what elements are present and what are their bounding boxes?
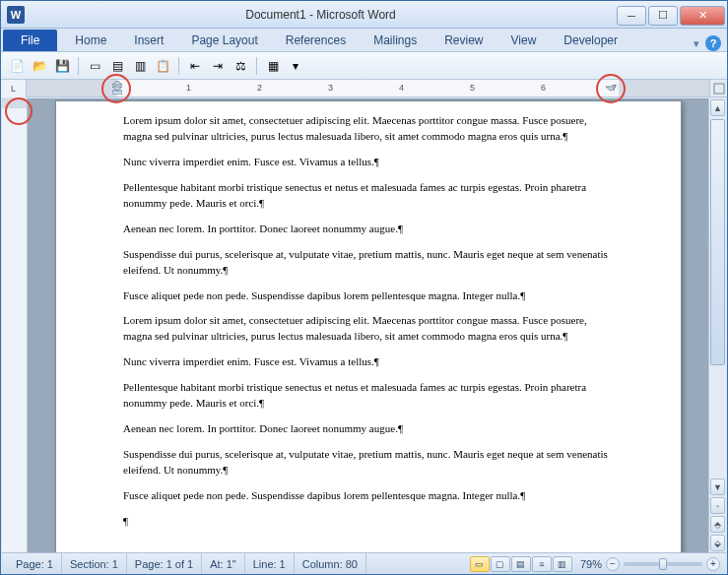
browse-object-icon[interactable]: ◦ (710, 497, 725, 514)
page[interactable]: Lorem ipsum dolor sit amet, consectetuer… (55, 100, 682, 552)
paste-icon[interactable]: 📋 (153, 56, 172, 76)
zoom-out-button[interactable]: − (606, 557, 620, 571)
horizontal-ruler[interactable]: 1 2 3 4 5 6 7 (27, 80, 709, 96)
zoom-control: 79% − + (580, 557, 720, 571)
paragraph[interactable]: Lorem ipsum dolor sit amet, consectetuer… (123, 113, 614, 145)
select-icon[interactable]: ▭ (85, 56, 104, 76)
zoom-slider-knob[interactable] (659, 558, 667, 570)
status-section[interactable]: Section: 1 (62, 553, 127, 574)
tab-developer[interactable]: Developer (550, 30, 631, 51)
paragraph[interactable]: Aenean nec lorem. In porttitor. Donec la… (123, 222, 614, 237)
tab-page-layout[interactable]: Page Layout (177, 30, 271, 51)
svg-marker-1 (112, 87, 122, 91)
svg-rect-2 (112, 91, 122, 95)
status-page-of[interactable]: Page: 1 of 1 (127, 553, 202, 574)
paragraph[interactable]: Fusce aliquet pede non pede. Suspendisse… (123, 488, 614, 504)
scroll-down-icon[interactable]: ▼ (710, 479, 725, 495)
view-fullscreen-icon[interactable]: ▢ (491, 556, 510, 572)
indent-marker-left[interactable] (112, 81, 122, 95)
app-window: W Document1 - Microsoft Word ─ ☐ ✕ File … (0, 0, 728, 575)
ruler-number: 2 (257, 83, 262, 93)
minimize-button[interactable]: ─ (617, 6, 646, 26)
paragraph[interactable]: Nunc viverra imperdiet enim. Fusce est. … (123, 354, 614, 370)
main-area: Lorem ipsum dolor sit amet, consectetuer… (2, 98, 726, 552)
scroll-track[interactable] (709, 117, 726, 478)
save-icon[interactable]: 💾 (52, 56, 72, 76)
scroll-thumb[interactable] (710, 119, 725, 365)
toolbar-separator (78, 57, 79, 75)
ribbon-collapse-icon[interactable]: ▾ (694, 37, 699, 50)
titlebar: W Document1 - Microsoft Word ─ ☐ ✕ (1, 1, 727, 29)
word-app-icon: W (7, 6, 25, 24)
view-buttons: ▭ ▢ ▤ ≡ ▥ (470, 556, 572, 572)
ruler-left-margin (27, 80, 117, 96)
paragraph[interactable]: Nunc viverra imperdiet enim. Fusce est. … (123, 155, 614, 170)
close-button[interactable]: ✕ (680, 6, 725, 26)
ruler-right-margin (619, 80, 709, 96)
vertical-scrollbar[interactable]: ▲ ▼ ◦ ⬘ ⬙ (708, 98, 726, 552)
status-line[interactable]: Line: 1 (245, 553, 295, 574)
ruler-number: 6 (541, 83, 546, 93)
tab-file[interactable]: File (3, 30, 57, 51)
next-page-icon[interactable]: ⬙ (710, 535, 725, 551)
ribbon-tabs: File Home Insert Page Layout References … (1, 29, 727, 52)
toolbar-separator (178, 57, 179, 75)
tab-mailings[interactable]: Mailings (360, 30, 430, 51)
tab-review[interactable]: Review (430, 30, 496, 51)
svg-marker-3 (606, 87, 616, 91)
zoom-level[interactable]: 79% (580, 558, 602, 570)
new-doc-icon[interactable]: 📄 (7, 56, 27, 76)
statusbar: Page: 1 Section: 1 Page: 1 of 1 At: 1" L… (2, 552, 726, 574)
paragraph[interactable]: Pellentesque habitant morbi tristique se… (123, 380, 614, 412)
stack-icon[interactable]: ▥ (130, 56, 150, 76)
paragraph[interactable]: Suspendisse dui purus, scelerisque at, v… (123, 447, 614, 479)
ruler-number: 4 (399, 83, 404, 93)
ruler-row: L 1 2 3 4 5 6 7 (1, 80, 727, 97)
help-icon[interactable]: ? (705, 35, 721, 51)
view-print-layout-icon[interactable]: ▭ (470, 556, 490, 572)
paragraph[interactable]: ¶ (123, 514, 614, 530)
table-icon[interactable]: ▦ (263, 56, 283, 76)
view-web-icon[interactable]: ▤ (511, 556, 531, 572)
outdent-icon[interactable]: ⇤ (185, 56, 205, 76)
tab-references[interactable]: References (272, 30, 360, 51)
view-outline-icon[interactable]: ≡ (532, 556, 552, 572)
indent-marker-right[interactable] (606, 81, 616, 95)
paragraph[interactable]: Fusce aliquet pede non pede. Suspendisse… (123, 288, 614, 304)
window-controls: ─ ☐ ✕ (617, 4, 727, 26)
window-title: Document1 - Microsoft Word (25, 8, 617, 22)
prev-page-icon[interactable]: ⬘ (710, 516, 725, 533)
tab-selector[interactable]: L (1, 80, 27, 97)
open-icon[interactable]: 📂 (30, 56, 49, 76)
ruler-number: 3 (328, 83, 333, 93)
status-column[interactable]: Column: 80 (295, 553, 366, 574)
vruler-top-margin (2, 98, 27, 108)
quick-access-toolbar: 📄 📂 💾 ▭ ▤ ▥ 📋 ⇤ ⇥ ⚖ ▦ ▾ (1, 52, 727, 80)
dropdown-icon[interactable]: ▾ (286, 56, 305, 76)
paragraph[interactable]: Suspendisse dui purus, scelerisque at, v… (123, 247, 614, 279)
form-icon[interactable]: ▤ (107, 56, 127, 76)
svg-rect-4 (714, 84, 724, 94)
zoom-slider[interactable] (624, 562, 702, 566)
vertical-ruler[interactable] (2, 98, 28, 552)
tab-insert[interactable]: Insert (120, 30, 177, 51)
zoom-in-button[interactable]: + (706, 557, 720, 571)
maximize-button[interactable]: ☐ (648, 6, 678, 26)
paragraph[interactable]: Aenean nec lorem. In porttitor. Donec la… (123, 421, 614, 437)
status-at[interactable]: At: 1" (202, 553, 245, 574)
ruler-number: 5 (470, 83, 475, 93)
document-viewport[interactable]: Lorem ipsum dolor sit amet, consectetuer… (28, 98, 708, 552)
balance-icon[interactable]: ⚖ (231, 56, 250, 76)
tab-view[interactable]: View (497, 30, 551, 51)
ruler-number: 1 (186, 83, 191, 93)
view-draft-icon[interactable]: ▥ (553, 556, 572, 572)
svg-marker-0 (112, 81, 122, 85)
ruler-options-icon[interactable] (709, 80, 727, 96)
paragraph[interactable]: Pellentesque habitant morbi tristique se… (123, 180, 614, 212)
tab-home[interactable]: Home (61, 30, 120, 51)
status-page[interactable]: Page: 1 (8, 553, 62, 574)
scroll-up-icon[interactable]: ▲ (710, 99, 725, 116)
toolbar-separator (256, 57, 257, 75)
paragraph[interactable]: Lorem ipsum dolor sit amet, consectetuer… (123, 313, 614, 345)
indent-icon[interactable]: ⇥ (208, 56, 228, 76)
